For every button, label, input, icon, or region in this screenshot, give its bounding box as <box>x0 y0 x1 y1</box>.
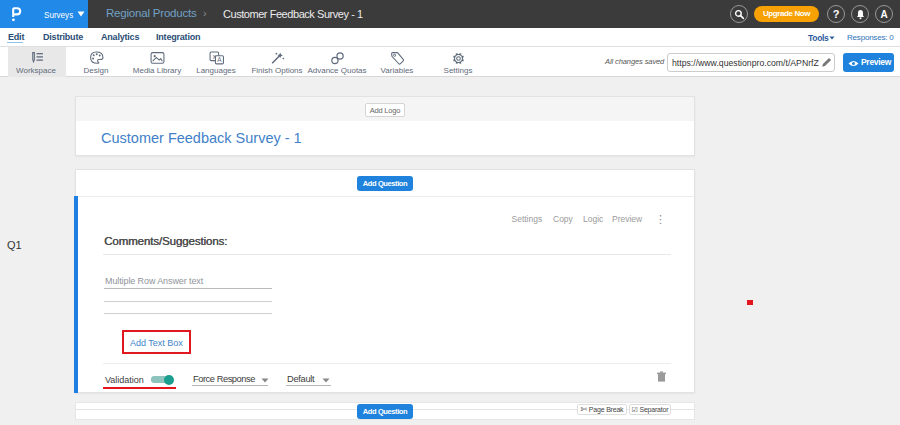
svg-text:A: A <box>217 56 222 63</box>
